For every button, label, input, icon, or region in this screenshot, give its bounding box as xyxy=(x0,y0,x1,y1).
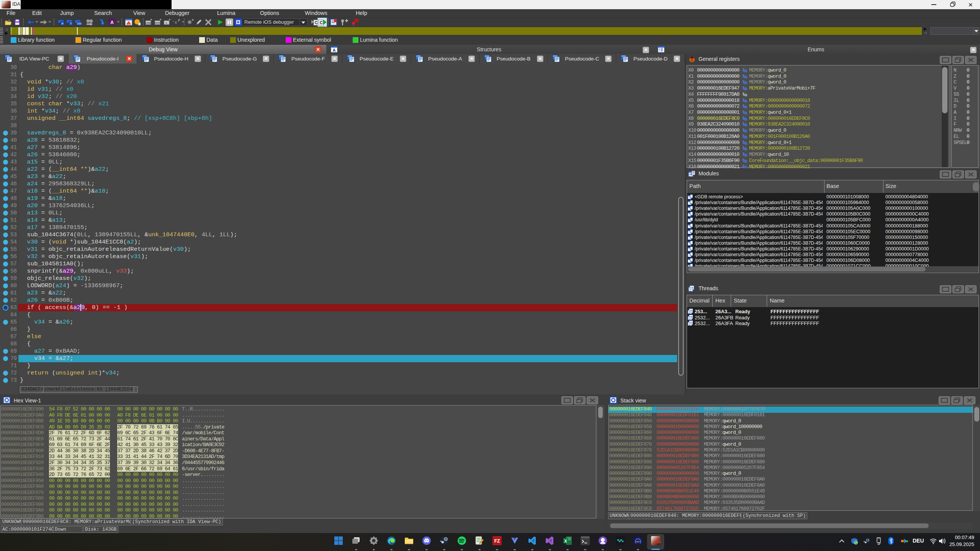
svg-text:T: T xyxy=(70,22,72,25)
svg-text:X: X xyxy=(564,539,567,543)
svg-text:#: # xyxy=(62,22,64,25)
svg-text:❋: ❋ xyxy=(187,19,192,25)
svg-text:FZ: FZ xyxy=(494,538,500,544)
svg-text:!: ! xyxy=(128,22,129,25)
svg-text:DATA: DATA xyxy=(155,22,160,24)
svg-text:CODE: CODE xyxy=(146,22,151,24)
svg-text:'s': 's' xyxy=(173,20,180,25)
svg-text:A·: A· xyxy=(165,22,168,24)
svg-text:101: 101 xyxy=(77,22,82,25)
svg-text:A: A xyxy=(110,20,114,25)
svg-text:C: C xyxy=(320,21,322,25)
